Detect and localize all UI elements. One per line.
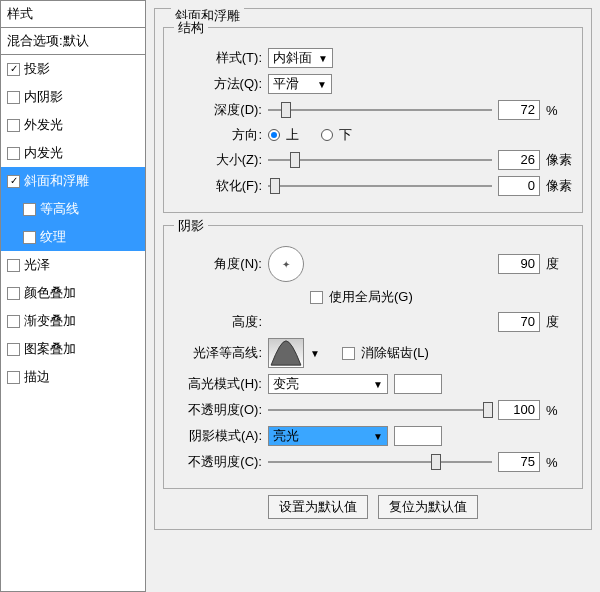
altitude-label: 高度: xyxy=(174,313,262,331)
method-select[interactable]: 平滑 ▼ xyxy=(268,74,332,94)
style-label: 样式(T): xyxy=(174,49,262,67)
size-slider[interactable] xyxy=(268,151,492,169)
soften-unit: 像素 xyxy=(546,177,572,195)
blend-options[interactable]: 混合选项:默认 xyxy=(1,28,145,55)
sidebar-item-label: 纹理 xyxy=(40,228,66,246)
antialias-label: 消除锯齿(L) xyxy=(361,344,429,362)
shadow-mode-select[interactable]: 亮光 ▼ xyxy=(268,426,388,446)
checkbox[interactable] xyxy=(7,343,20,356)
checkbox[interactable] xyxy=(23,231,36,244)
sidebar-item-10[interactable]: 图案叠加 xyxy=(1,335,145,363)
checkbox[interactable]: ✓ xyxy=(7,175,20,188)
sidebar-item-label: 斜面和浮雕 xyxy=(24,172,89,190)
sidebar-item-label: 渐变叠加 xyxy=(24,312,76,330)
sidebar-item-1[interactable]: 内阴影 xyxy=(1,83,145,111)
soften-label: 软化(F): xyxy=(174,177,262,195)
direction-label: 方向: xyxy=(174,126,262,144)
angle-unit: 度 xyxy=(546,255,572,273)
sidebar-item-7[interactable]: 光泽 xyxy=(1,251,145,279)
shadow-mode-value: 亮光 xyxy=(273,427,299,445)
sidebar-item-4[interactable]: ✓斜面和浮雕 xyxy=(1,167,145,195)
reset-default-button[interactable]: 复位为默认值 xyxy=(378,495,478,519)
size-unit: 像素 xyxy=(546,151,572,169)
size-input[interactable]: 26 xyxy=(498,150,540,170)
shadow-color-swatch[interactable] xyxy=(394,426,442,446)
sidebar-item-label: 等高线 xyxy=(40,200,79,218)
sidebar-item-label: 图案叠加 xyxy=(24,340,76,358)
checkbox[interactable] xyxy=(7,315,20,328)
gloss-contour-picker[interactable] xyxy=(268,338,304,368)
highlight-mode-label: 高光模式(H): xyxy=(174,375,262,393)
highlight-mode-value: 变亮 xyxy=(273,375,299,393)
antialias-checkbox[interactable] xyxy=(342,347,355,360)
sidebar-item-label: 外发光 xyxy=(24,116,63,134)
method-label: 方法(Q): xyxy=(174,75,262,93)
chevron-down-icon: ▼ xyxy=(317,79,327,90)
checkbox[interactable] xyxy=(7,119,20,132)
sidebar-item-label: 颜色叠加 xyxy=(24,284,76,302)
sidebar-item-label: 内发光 xyxy=(24,144,63,162)
gloss-contour-label: 光泽等高线: xyxy=(174,344,262,362)
depth-unit: % xyxy=(546,103,572,118)
highlight-mode-select[interactable]: 变亮 ▼ xyxy=(268,374,388,394)
checkbox[interactable]: ✓ xyxy=(7,63,20,76)
set-default-button[interactable]: 设置为默认值 xyxy=(268,495,368,519)
shadow-opacity-slider[interactable] xyxy=(268,453,492,471)
checkbox[interactable] xyxy=(7,371,20,384)
crosshair-icon: ✦ xyxy=(282,259,290,270)
size-label: 大小(Z): xyxy=(174,151,262,169)
shadow-opacity-label: 不透明度(C): xyxy=(174,453,262,471)
sidebar-item-2[interactable]: 外发光 xyxy=(1,111,145,139)
sidebar-item-8[interactable]: 颜色叠加 xyxy=(1,279,145,307)
shading-legend: 阴影 xyxy=(174,217,208,235)
opacity-unit: % xyxy=(546,455,572,470)
main-panel: 斜面和浮雕 结构 样式(T): 内斜面 ▼ 方法(Q): 平滑 ▼ xyxy=(146,0,600,592)
sidebar-item-11[interactable]: 描边 xyxy=(1,363,145,391)
angle-label: 角度(N): xyxy=(174,255,262,273)
soften-input[interactable]: 0 xyxy=(498,176,540,196)
sidebar-item-3[interactable]: 内发光 xyxy=(1,139,145,167)
sidebar-header: 样式 xyxy=(1,1,145,28)
highlight-opacity-slider[interactable] xyxy=(268,401,492,419)
chevron-down-icon: ▼ xyxy=(318,53,328,64)
style-select[interactable]: 内斜面 ▼ xyxy=(268,48,333,68)
sidebar-item-0[interactable]: ✓投影 xyxy=(1,55,145,83)
bevel-emboss-group: 斜面和浮雕 结构 样式(T): 内斜面 ▼ 方法(Q): 平滑 ▼ xyxy=(154,8,592,530)
structure-group: 结构 样式(T): 内斜面 ▼ 方法(Q): 平滑 ▼ 深度 xyxy=(163,27,583,213)
soften-slider[interactable] xyxy=(268,177,492,195)
altitude-unit: 度 xyxy=(546,313,572,331)
shading-group: 阴影 角度(N): ✦ 90 度 使用全局光(G) 高度: xyxy=(163,225,583,489)
style-value: 内斜面 xyxy=(273,49,312,67)
depth-input[interactable]: 72 xyxy=(498,100,540,120)
use-global-light-checkbox[interactable] xyxy=(310,291,323,304)
sidebar-item-9[interactable]: 渐变叠加 xyxy=(1,307,145,335)
sidebar-item-6[interactable]: 纹理 xyxy=(1,223,145,251)
direction-up-radio[interactable] xyxy=(268,129,280,141)
checkbox[interactable] xyxy=(7,147,20,160)
depth-label: 深度(D): xyxy=(174,101,262,119)
angle-input[interactable]: 90 xyxy=(498,254,540,274)
chevron-down-icon[interactable]: ▼ xyxy=(310,348,320,359)
opacity-unit: % xyxy=(546,403,572,418)
sidebar-item-label: 描边 xyxy=(24,368,50,386)
sidebar-item-label: 投影 xyxy=(24,60,50,78)
checkbox[interactable] xyxy=(23,203,36,216)
direction-up-label: 上 xyxy=(286,126,299,144)
chevron-down-icon: ▼ xyxy=(373,379,383,390)
shadow-opacity-input[interactable]: 75 xyxy=(498,452,540,472)
direction-down-radio[interactable] xyxy=(321,129,333,141)
style-sidebar: 样式 混合选项:默认 ✓投影内阴影外发光内发光✓斜面和浮雕等高线纹理光泽颜色叠加… xyxy=(0,0,146,592)
angle-dial[interactable]: ✦ xyxy=(268,246,304,282)
checkbox[interactable] xyxy=(7,91,20,104)
method-value: 平滑 xyxy=(273,75,299,93)
sidebar-item-label: 内阴影 xyxy=(24,88,63,106)
altitude-input[interactable]: 70 xyxy=(498,312,540,332)
highlight-opacity-input[interactable]: 100 xyxy=(498,400,540,420)
chevron-down-icon: ▼ xyxy=(373,431,383,442)
highlight-color-swatch[interactable] xyxy=(394,374,442,394)
depth-slider[interactable] xyxy=(268,101,492,119)
structure-legend: 结构 xyxy=(174,19,208,37)
checkbox[interactable] xyxy=(7,287,20,300)
checkbox[interactable] xyxy=(7,259,20,272)
sidebar-item-5[interactable]: 等高线 xyxy=(1,195,145,223)
